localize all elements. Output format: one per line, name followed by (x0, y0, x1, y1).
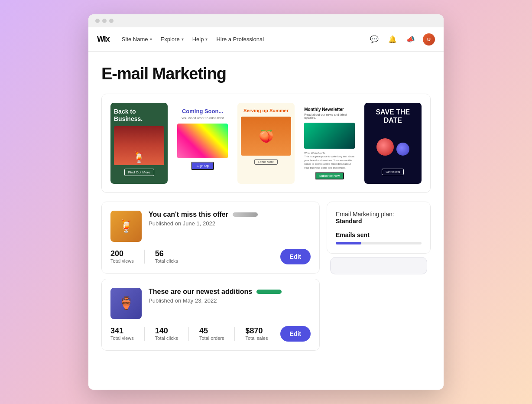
card1-button[interactable]: Find Out More (124, 169, 154, 176)
help-label: Help (192, 36, 204, 42)
campaign2-sales-number: $870 (245, 326, 268, 336)
card5-button[interactable]: Get tickets (382, 169, 404, 175)
card1-image (114, 126, 164, 165)
card3-image: 🍑 (241, 117, 291, 156)
nav-hire[interactable]: Hire a Professional (216, 36, 264, 42)
wix-logo: Wix (97, 35, 110, 44)
campaign2-orders: 45 Total orders (199, 326, 224, 341)
campaign1-edit-button[interactable]: Edit (280, 249, 311, 264)
campaign1-clicks-label: Total clicks (155, 258, 178, 264)
card4-button[interactable]: Subscribe Now (315, 172, 344, 179)
navbar: Wix Site Name ▾ Explore ▾ Help ▾ Hire a … (88, 27, 444, 52)
explore-chevron-icon: ▾ (182, 37, 184, 42)
card2-subtitle: You won't want to miss this! (182, 116, 224, 120)
campaign1-stats: 200 Total views 56 Total clicks Edit (110, 249, 311, 264)
campaign1-views: 200 Total views (110, 249, 134, 264)
browser-chrome (88, 14, 444, 27)
nav-help[interactable]: Help ▾ (192, 36, 208, 42)
site-name-label: Site Name (122, 36, 148, 42)
emails-sent-label: Emails sent (336, 231, 422, 238)
nav-icons: 💬 🔔 📣 U (368, 33, 435, 46)
megaphone-icon[interactable]: 📣 (405, 33, 417, 46)
templates-row: Back to Business. Find Out More Coming S… (101, 94, 431, 193)
browser-dot-yellow (102, 19, 107, 23)
campaign1-name: You can't miss this offer (149, 211, 228, 218)
campaign1-thumbnail: 🍹 (110, 211, 142, 242)
campaign2-sales: $870 Total sales (245, 326, 268, 341)
campaign1-views-label: Total views (110, 258, 134, 264)
avatar[interactable]: U (423, 33, 435, 46)
card4-image (304, 123, 354, 149)
campaign2-status-badge (256, 290, 282, 294)
blob-blue (396, 143, 409, 156)
campaign1-views-number: 200 (110, 249, 134, 258)
campaign2-views: 341 Total views (110, 326, 134, 341)
progress-bar-fill (336, 242, 361, 244)
card5-image (368, 130, 418, 164)
blob-red (376, 138, 394, 156)
template-card-save-the-date[interactable]: SAVE THE DATE Get tickets (364, 103, 422, 184)
plan-card: Email Marketing plan: Standard Emails se… (327, 202, 431, 254)
help-chevron-icon: ▾ (205, 37, 208, 42)
browser-window: Wix Site Name ▾ Explore ▾ Help ▾ Hire a … (88, 14, 444, 390)
plan-text: Email Marketing plan: Standard (336, 211, 422, 225)
campaign2-views-number: 341 (110, 326, 134, 336)
campaign1-clicks-number: 56 (155, 249, 178, 258)
campaign-card-1: 🍹 You can't miss this offer Published on… (101, 202, 320, 274)
campaign2-sales-label: Total sales (245, 336, 268, 341)
campaign1-top: 🍹 You can't miss this offer Published on… (110, 211, 311, 242)
campaign1-status-badge (233, 212, 258, 217)
campaign2-stats: 341 Total views 140 Total clicks 45 Tota… (110, 326, 311, 342)
plan-label: Email Marketing plan: (336, 211, 394, 218)
campaign2-thumbnail: 🏺 (110, 288, 142, 319)
campaigns-list: 🍹 You can't miss this offer Published on… (101, 202, 320, 351)
campaign2-orders-label: Total orders (199, 336, 224, 341)
campaign2-top: 🏺 These are our newest additions Publish… (110, 288, 311, 319)
browser-dots (95, 19, 114, 23)
card4-body: What We're Up ToThis is a great place to… (304, 151, 354, 169)
card5-headline: SAVE THE DATE (368, 108, 418, 124)
browser-dot-green (109, 19, 114, 23)
card4-subtitle: Read about our news and latest updates. (304, 113, 354, 119)
campaign1-info: You can't miss this offer Published on J… (149, 211, 311, 227)
template-card-coming-soon[interactable]: Coming Soon... You won't want to miss th… (174, 103, 231, 184)
card2-image (177, 124, 227, 158)
card2-button[interactable]: Sign Up (191, 162, 214, 170)
nav-explore[interactable]: Explore ▾ (161, 36, 184, 42)
notification-icon[interactable]: 🔔 (386, 33, 399, 46)
campaign2-clicks-label: Total clicks (155, 336, 178, 341)
plan-card-shadow (330, 257, 427, 274)
card1-headline: Back to Business. (114, 108, 164, 123)
page-title: E-mail Marketing (101, 65, 431, 83)
campaign-container: 🍹 You can't miss this offer Published on… (101, 202, 431, 351)
campaign2-divider3 (234, 327, 235, 341)
nav-site-name[interactable]: Site Name ▾ (122, 36, 152, 42)
template-card-monthly-newsletter[interactable]: Monthly Newsletter Read about our news a… (301, 103, 358, 184)
card3-button[interactable]: Learn More (254, 159, 278, 165)
template-card-back-to-business[interactable]: Back to Business. Find Out More (110, 103, 168, 184)
campaign2-views-label: Total views (110, 336, 134, 341)
campaign2-name-row: These are our newest additions (149, 288, 311, 296)
card4-headline: Monthly Newsletter (304, 107, 354, 112)
campaign2-info: These are our newest additions Published… (149, 288, 311, 304)
card2-headline: Coming Soon... (182, 108, 223, 114)
campaign1-divider (144, 250, 145, 264)
campaign-card-2: 🏺 These are our newest additions Publish… (101, 279, 320, 351)
campaign2-divider2 (188, 327, 189, 341)
campaign2-orders-number: 45 (199, 326, 224, 336)
campaign2-divider1 (144, 327, 145, 341)
plan-name: Standard (336, 218, 362, 225)
campaign2-name: These are our newest additions (149, 288, 252, 296)
campaign2-edit-button[interactable]: Edit (280, 326, 311, 342)
campaign1-name-row: You can't miss this offer (149, 211, 311, 218)
template-card-serving-summer[interactable]: Serving up Summer 🍑 Learn More (237, 103, 295, 184)
chat-icon[interactable]: 💬 (368, 33, 380, 46)
campaign1-date: Published on June 1, 2022 (149, 220, 311, 227)
campaign2-clicks: 140 Total clicks (155, 326, 178, 341)
campaign2-clicks-number: 140 (155, 326, 178, 336)
main-content: E-mail Marketing Back to Business. Find … (88, 52, 444, 390)
campaign2-date: Published on May 23, 2022 (149, 297, 311, 304)
browser-dot-red (95, 19, 100, 23)
explore-label: Explore (161, 36, 180, 42)
progress-bar-background (336, 242, 422, 244)
